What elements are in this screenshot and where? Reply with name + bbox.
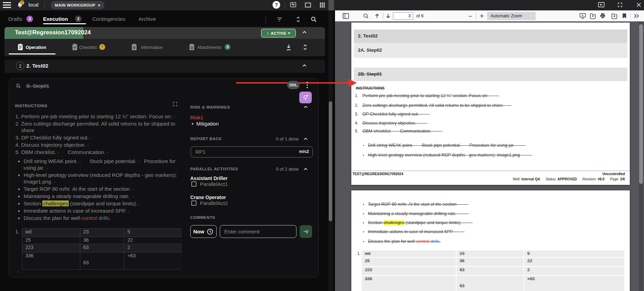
attachments-count-badge: 3 bbox=[225, 44, 231, 50]
window-icon[interactable] bbox=[305, 2, 311, 8]
collapse-report-icon[interactable] bbox=[303, 136, 309, 143]
open-file-icon[interactable] bbox=[589, 13, 596, 20]
presentation-mode-icon[interactable] bbox=[579, 13, 586, 20]
sidebar-toggle-icon[interactable] bbox=[342, 13, 349, 20]
print-icon[interactable] bbox=[600, 13, 606, 20]
send-icon bbox=[302, 229, 309, 235]
pdf-page-4: Target ROP 80 m/hr. At the start of the … bbox=[351, 190, 630, 291]
ai-suggestion-button[interactable] bbox=[299, 92, 312, 103]
execution-count-badge: 2 bbox=[75, 16, 82, 22]
report-back-label: REPORT BACK bbox=[190, 137, 222, 141]
chevron-down-icon bbox=[98, 3, 100, 8]
next-page-icon[interactable] bbox=[385, 13, 391, 20]
doc-bullet-item: Discuss the plan for well-control drills… bbox=[363, 239, 441, 244]
section-number: 2 bbox=[16, 62, 24, 70]
table-row: 223632 bbox=[22, 244, 182, 253]
tab-drafts[interactable]: Drafts bbox=[8, 16, 22, 22]
tab-archive[interactable]: Archive bbox=[139, 16, 156, 22]
operation-clipboard-icon bbox=[17, 43, 23, 52]
comment-now-button[interactable]: Now bbox=[190, 225, 217, 238]
bullet-item: Section challenges (standpipe and torque… bbox=[24, 200, 179, 207]
kebab-menu-icon[interactable] bbox=[305, 81, 310, 89]
collapse-parallel-icon[interactable] bbox=[303, 166, 309, 173]
highlighted-word: challenges bbox=[42, 200, 69, 206]
parallel-activity-checkbox[interactable] bbox=[191, 181, 196, 187]
now-label: Now bbox=[193, 229, 204, 234]
app-topbar: 7 local MAIN WORKGROUP ? bbox=[0, 0, 644, 10]
pdf-toolbar: of 6 Automatic Zoom bbox=[335, 10, 644, 22]
collapse-section-icon[interactable] bbox=[301, 62, 308, 70]
tab-checklist[interactable]: Checklist bbox=[79, 45, 97, 50]
apps-grid-icon[interactable] bbox=[319, 2, 325, 8]
footer-meta: Well: Internal QAStatus: APPROVEDRevisio… bbox=[513, 177, 625, 181]
filter-icon[interactable] bbox=[276, 17, 283, 22]
expand-collapse-all-icon[interactable] bbox=[295, 16, 301, 23]
screen: 7 local MAIN WORKGROUP ? Drafts 3 Exe bbox=[0, 0, 644, 291]
hamburger-menu-icon[interactable] bbox=[3, 2, 11, 8]
close-icon[interactable] bbox=[636, 2, 642, 8]
active-subtab-underline bbox=[9, 53, 56, 54]
table-row: 336 63 +63 bbox=[22, 253, 182, 269]
bullet-item: Drill string WEAK point. · Stuck pipe po… bbox=[24, 158, 179, 171]
instructions-list: Perform pre-job meeting prior to startin… bbox=[14, 113, 179, 155]
screen-share-icon[interactable] bbox=[290, 2, 296, 8]
tab-operation[interactable]: Operation bbox=[26, 45, 46, 50]
search-icon[interactable] bbox=[310, 16, 317, 23]
doc-bullet-item: Drill string WEAK point. · Stuck pipe po… bbox=[363, 143, 526, 148]
collapse-card-icon[interactable] bbox=[301, 29, 308, 37]
execution-card-header[interactable]: Test@Regression17092024 ACTIVE bbox=[5, 27, 325, 39]
dock-panel-icon[interactable] bbox=[598, 2, 605, 8]
chevron-down-icon bbox=[288, 31, 290, 35]
workgroup-selector[interactable]: MAIN WORKGROUP bbox=[51, 1, 104, 9]
risk-name[interactable]: Risk1 bbox=[190, 114, 203, 120]
zoom-in-icon[interactable] bbox=[479, 13, 485, 20]
tab-contingencies[interactable]: Contingencies bbox=[92, 16, 125, 22]
save-download-icon[interactable] bbox=[611, 13, 618, 20]
doc-table-row: 253622 bbox=[362, 258, 625, 266]
doc-heading: 2. Test02 bbox=[358, 33, 378, 38]
toolbar-divider bbox=[476, 12, 476, 19]
parallel-activity-label: ParallelAct2 bbox=[200, 200, 228, 206]
tab-information[interactable]: Information bbox=[141, 45, 163, 50]
trailing-dot: . bbox=[17, 268, 19, 273]
parallel-activities-label: PARALLEL ACTIVITIES bbox=[190, 167, 238, 171]
zoom-select[interactable]: Automatic Zoom bbox=[487, 12, 536, 20]
send-comment-button[interactable] bbox=[300, 225, 312, 238]
app-scrollbar-thumb[interactable] bbox=[329, 101, 332, 221]
expand-fullscreen-icon[interactable] bbox=[172, 101, 178, 107]
tab-attachments[interactable]: Attachments bbox=[197, 45, 221, 50]
collapse-risk-icon[interactable] bbox=[303, 104, 309, 111]
parallel-activity-label: ParallelAct1 bbox=[200, 181, 228, 187]
comment-input[interactable] bbox=[220, 225, 296, 238]
expand-steps-icon[interactable] bbox=[302, 43, 308, 51]
instructions-bullets: Drill string WEAK point. · Stuck pipe po… bbox=[14, 158, 179, 221]
fullscreen-icon[interactable] bbox=[617, 2, 623, 8]
page-number-input[interactable] bbox=[393, 12, 413, 20]
download-icon[interactable] bbox=[285, 44, 292, 51]
toolbar-divider bbox=[630, 12, 630, 19]
clock-icon bbox=[207, 228, 214, 235]
doc-table-row: 223632 bbox=[362, 267, 625, 275]
bullet-item: High-level geology overview (reduced ROP… bbox=[24, 172, 179, 185]
checklist-alert-badge: ! bbox=[99, 44, 105, 50]
parallel-progress: 0 of 2 done bbox=[276, 166, 299, 172]
section-header[interactable]: 2 2. Test02 bbox=[5, 60, 325, 73]
step-instructions: Perform pre-job meeting prior to startin… bbox=[14, 113, 179, 222]
step-title: B. Step01 bbox=[26, 83, 49, 89]
doc-instructions-label: INSTRUCTIONS bbox=[356, 86, 385, 90]
more-tools-icon[interactable] bbox=[633, 13, 640, 20]
status-updown-icon bbox=[267, 31, 269, 36]
blue-word: drills bbox=[99, 215, 109, 221]
zoom-out-icon[interactable] bbox=[468, 14, 473, 20]
pdf-search-icon[interactable] bbox=[363, 13, 369, 20]
help-icon[interactable]: ? bbox=[273, 1, 280, 9]
instructions-label: INSTRUCTIONS bbox=[15, 104, 47, 108]
instruction-item: Zero cuttings discharge permitted. All s… bbox=[21, 120, 179, 134]
status-badge[interactable]: ACTIVE bbox=[261, 29, 296, 37]
parallel-activity-checkbox[interactable] bbox=[191, 200, 196, 206]
drafts-count-badge: 3 bbox=[26, 16, 33, 22]
previous-page-icon[interactable] bbox=[374, 13, 380, 20]
pdf-scrollbar-thumb[interactable] bbox=[639, 24, 643, 184]
bookmark-icon[interactable] bbox=[622, 13, 627, 20]
tab-execution[interactable]: Execution bbox=[43, 16, 68, 22]
